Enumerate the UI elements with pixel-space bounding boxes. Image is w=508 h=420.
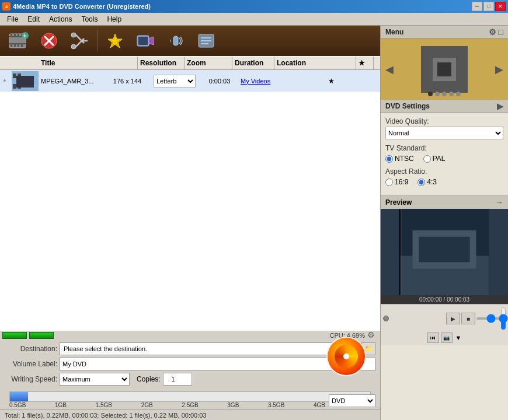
toolbar: + [0,26,380,56]
main-container: + [0,26,508,420]
menu-actions[interactable]: Actions [44,14,76,24]
window-controls: ─ □ ✕ [472,2,506,11]
ntsc-radio-label[interactable]: NTSC [385,155,414,163]
disk-label-6: 3.5GB [268,402,284,408]
clip-button[interactable] [65,28,93,54]
tv-standard-row: TV Standard: NTSC PAL [385,144,503,163]
more-options-button[interactable]: ▼ [455,334,462,341]
preview-section: Preview → [381,195,508,345]
rewind-button[interactable]: ⏮ [427,332,439,343]
pal-radio-label[interactable]: PAL [423,155,446,163]
playback-extra-buttons: ⏮ 📷 ▼ [383,332,506,343]
svg-rect-9 [18,44,19,47]
dvd-disc-icon [335,345,358,368]
settings-gear-button[interactable]: ⚙ [367,330,378,341]
svg-rect-7 [11,44,12,47]
file-list-body: + MPEG4_AMR_3... 176 x 144 Letterb [0,70,380,331]
menu-expand-button[interactable]: □ [499,27,503,37]
file-zoom[interactable]: Letterb Stretch Pan&Scan [151,75,199,88]
disk-type-select[interactable]: DVD [329,394,375,407]
aspect-ratio-label: Aspect Ratio: [385,167,503,176]
writing-speed-select[interactable]: Maximum [60,373,130,386]
destination-label: Destination: [5,345,57,353]
play-button[interactable]: ▶ [446,313,460,324]
close-button[interactable]: ✕ [495,2,506,11]
disk-bar [9,391,371,402]
aspect-ratio-options: 16:9 4:3 [385,178,503,186]
disk-label-7: 4GB [314,402,325,408]
menu-file[interactable]: File [2,14,23,24]
preview-label: Preview [385,198,412,206]
svg-marker-24 [149,37,154,45]
svg-rect-31 [13,74,16,78]
location-link[interactable]: My Videos [241,78,270,85]
screenshot-button[interactable]: 📷 [441,332,453,343]
volume-slider[interactable] [476,317,500,320]
preview-timecode: 00:00:00 / 00:00:03 [381,295,508,304]
menu-help[interactable]: Help [102,14,126,24]
stop-button[interactable]: ■ [461,313,475,324]
minimize-button[interactable]: ─ [472,2,482,11]
tv-standard-label: TV Standard: [385,144,503,152]
destination-select[interactable]: Please select the destination. [60,342,359,355]
dvd-dot-1[interactable] [428,92,433,96]
toolbar-separator-1 [97,30,98,51]
table-row[interactable]: + MPEG4_AMR_3... 176 x 144 Letterb [0,70,380,92]
dvd-menu-thumbnail [421,46,468,93]
add-video-button[interactable]: + [5,28,33,54]
effect-button[interactable] [101,28,129,54]
left-panel: + [0,26,380,420]
row-expand-button[interactable]: + [0,78,9,84]
ntsc-radio[interactable] [385,155,393,163]
preview-expand-button[interactable]: → [495,198,503,207]
svg-rect-38 [437,62,451,76]
pal-radio[interactable] [423,155,431,163]
disk-labels: 0.5GB 1GB 1.5GB 2GB 2.5GB 3GB 3.5GB 4GB … [9,402,371,408]
dvd-nav-left-button[interactable]: ◀ [383,61,396,78]
aspect-ratio-row: Aspect Ratio: 16:9 4:3 [385,167,503,186]
disk-label-2: 1.5GB [96,402,112,408]
menu-tool-button[interactable]: ⚙ [489,27,496,37]
4x3-radio[interactable] [417,178,425,186]
zoom-select[interactable]: Letterb Stretch Pan&Scan [154,75,196,88]
video-quality-select[interactable]: Normal High Low [385,127,503,139]
dvd-dot-3[interactable] [442,92,447,96]
video-settings-button[interactable] [131,28,159,54]
dvd-settings-expand-button[interactable]: ▶ [497,102,503,111]
convert-button[interactable] [326,337,366,376]
16x9-radio[interactable] [385,178,393,186]
dvd-nav-right-button[interactable]: ▶ [493,61,506,78]
audio-button[interactable] [162,28,190,54]
col-header-title: Title [39,57,138,69]
4x3-radio-label[interactable]: 4:3 [417,178,437,186]
file-thumbnail [12,71,39,91]
svg-rect-8 [14,44,16,47]
svg-rect-3 [11,34,12,36]
preview-header: Preview → [381,196,508,209]
menu-button[interactable] [192,28,220,54]
menu-edit[interactable]: Edit [23,14,44,24]
svg-point-18 [71,33,76,37]
svg-rect-4 [14,34,16,36]
status-bar: Total: 1 file(s), 0.22MB, 00:00:03; Sele… [0,410,380,420]
file-location[interactable]: My Videos [241,78,322,85]
svg-rect-33 [13,84,16,89]
app-icon: 4 [2,2,11,10]
dvd-settings-panel: Video Quality: Normal High Low TV Standa… [381,113,508,195]
remove-button[interactable] [35,28,63,54]
maximize-button[interactable]: □ [483,2,494,11]
menu-tools[interactable]: Tools [76,14,102,24]
file-duration: 0:00:03 [199,78,241,85]
menu-panel-header: Menu ⚙ □ [381,26,508,38]
dvd-dot-4[interactable] [449,92,454,96]
copies-input[interactable] [163,373,192,386]
dvd-dot-5[interactable] [456,92,461,96]
volume-row: Volume Label: [5,358,375,370]
col-header-location: Location [274,57,356,69]
disk-bar-fill [10,392,28,401]
disk-label-1: 1GB [55,402,67,408]
brightness-slider[interactable] [501,307,506,330]
16x9-radio-label[interactable]: 16:9 [385,178,408,186]
dvd-dot-2[interactable] [435,92,440,96]
ntsc-label: NTSC [395,155,414,163]
